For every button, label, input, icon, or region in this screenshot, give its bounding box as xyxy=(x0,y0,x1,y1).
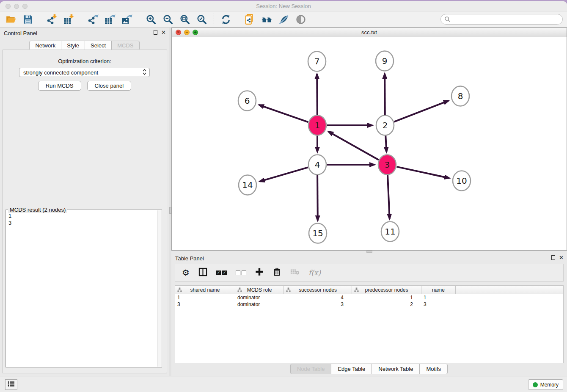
delete-table-icon xyxy=(290,267,300,278)
home-houses-icon xyxy=(261,14,272,25)
network-canvas[interactable]: 7968124314101511 xyxy=(172,37,567,250)
show-graphics-details-button[interactable] xyxy=(277,13,291,26)
column-header-shared-name[interactable]: shared name xyxy=(175,286,235,294)
tab-network-table[interactable]: Network Table xyxy=(372,364,420,374)
function-builder-button[interactable]: f(x) xyxy=(308,268,321,277)
main-window: Session: New Session xyxy=(0,1,567,392)
graph-edge-1-6[interactable] xyxy=(259,105,308,122)
show-columns-button[interactable] xyxy=(198,268,207,278)
graph-edge-2-3[interactable] xyxy=(385,135,386,152)
checked-box-icon: ✓ xyxy=(216,271,221,275)
tab-node-table[interactable]: Node Table xyxy=(290,364,332,374)
unchecked-box-icon xyxy=(236,271,240,275)
float-panel-icon[interactable] xyxy=(551,255,555,260)
mcds-result-text[interactable]: 13 xyxy=(6,210,157,367)
tab-select[interactable]: Select xyxy=(85,41,112,50)
zoom-in-icon xyxy=(146,14,157,25)
zoom-in-button[interactable] xyxy=(144,13,158,26)
graph-edge-2-8[interactable] xyxy=(394,101,449,122)
import-network-button[interactable] xyxy=(45,13,59,26)
graph-edge-3-11[interactable] xyxy=(388,174,390,219)
toolbar-separator xyxy=(81,13,81,25)
table-panel-title: Table Panel xyxy=(175,255,204,262)
graph-edge-1-7[interactable] xyxy=(317,74,317,116)
table-toolbar: ⚙ ✓ ✓ xyxy=(175,264,564,282)
column-header-label: shared name xyxy=(190,287,220,293)
mcds-panel: Optimization criterion: strongly connect… xyxy=(2,50,167,373)
table-cell: 3 xyxy=(175,301,235,307)
memory-label: Memory xyxy=(540,382,559,388)
fx-icon: f(x) xyxy=(308,268,321,277)
table-panel: Table Panel ✕ ⚙ ✓ ✓ xyxy=(171,253,567,376)
table-cell: 1 xyxy=(421,295,456,301)
column-type-icon xyxy=(177,287,182,293)
column-header-name[interactable]: name xyxy=(421,286,456,294)
tab-network[interactable]: Network xyxy=(29,41,61,50)
memory-button[interactable]: Memory xyxy=(528,379,563,390)
table-row[interactable]: 1dominator411 xyxy=(175,294,563,301)
export-network-icon xyxy=(88,14,99,25)
import-table-button[interactable] xyxy=(62,13,76,26)
save-session-button[interactable] xyxy=(21,13,35,26)
run-mcds-button[interactable]: Run MCDS xyxy=(38,81,81,91)
control-panel-tabs: NetworkStyleSelectMCDS xyxy=(0,41,169,50)
zoom-fit-button[interactable] xyxy=(178,13,192,26)
close-panel-icon[interactable]: ✕ xyxy=(559,255,564,260)
table-cell: 3 xyxy=(421,301,456,307)
home-button[interactable] xyxy=(260,13,274,26)
zoom-selected-icon xyxy=(196,14,207,25)
status-menu-button[interactable] xyxy=(5,379,17,390)
close-panel-icon[interactable]: ✕ xyxy=(161,30,166,35)
result-line: 1 xyxy=(8,212,157,219)
table-row[interactable]: 3dominator323 xyxy=(175,301,563,308)
close-panel-button[interactable]: Close panel xyxy=(87,81,132,91)
tab-mcds[interactable]: MCDS xyxy=(111,41,139,50)
main-toolbar xyxy=(0,11,567,28)
float-panel-icon[interactable] xyxy=(154,30,157,35)
toolbar-separator xyxy=(214,13,214,25)
graph-node-label: 8 xyxy=(458,91,463,101)
gear-icon: ⚙ xyxy=(182,268,190,277)
refresh-button[interactable] xyxy=(219,13,233,26)
column-header-predecessor-nodes[interactable]: predecessor nodes xyxy=(352,286,421,294)
optimization-select[interactable]: strongly connected component xyxy=(19,68,150,77)
delete-table-button[interactable] xyxy=(290,267,300,278)
deselect-all-columns-button[interactable] xyxy=(236,271,246,275)
column-header-successor-nodes[interactable]: successor nodes xyxy=(284,286,352,294)
delete-column-button[interactable] xyxy=(272,268,281,278)
graph-edge-4-14[interactable] xyxy=(260,167,308,181)
graph-node-label: 10 xyxy=(456,176,467,186)
clone-network-button[interactable] xyxy=(243,13,257,26)
bird-eye-view-button[interactable] xyxy=(294,13,308,26)
zoom-fit-icon xyxy=(179,14,190,25)
zoom-selected-button[interactable] xyxy=(195,13,209,26)
export-table-button[interactable] xyxy=(103,13,117,26)
table-panel-header: Table Panel ✕ xyxy=(171,253,567,264)
zoom-out-button[interactable] xyxy=(161,13,175,26)
graph-edge-4-15[interactable] xyxy=(317,174,318,221)
export-network-button[interactable] xyxy=(86,13,100,26)
graph-node-label: 9 xyxy=(382,56,388,66)
search-box[interactable] xyxy=(440,14,563,25)
table-cell: dominator xyxy=(235,295,284,301)
open-session-button[interactable] xyxy=(4,13,18,26)
export-image-button[interactable] xyxy=(120,13,134,26)
column-header-mcds-role[interactable]: MCDS role xyxy=(235,286,284,294)
control-panel-header: Control Panel ✕ xyxy=(0,28,169,39)
table-cell: 1 xyxy=(175,295,235,301)
tab-edge-table[interactable]: Edge Table xyxy=(331,364,372,374)
create-column-button[interactable] xyxy=(255,268,264,278)
graph-edge-2-9[interactable] xyxy=(385,74,385,116)
table-settings-button[interactable]: ⚙ xyxy=(182,268,190,277)
graph-edge-3-1[interactable] xyxy=(328,132,379,160)
import-network-icon xyxy=(47,14,58,25)
select-all-columns-button[interactable]: ✓ ✓ xyxy=(216,271,227,275)
tab-style[interactable]: Style xyxy=(61,41,85,50)
graph-edge-3-10[interactable] xyxy=(397,167,449,178)
result-scrollbar[interactable] xyxy=(157,210,161,367)
main-titlebar: Session: New Session xyxy=(0,1,567,11)
column-header-label: name xyxy=(432,287,445,293)
toolbar-separator xyxy=(40,13,40,25)
tab-motifs[interactable]: Motifs xyxy=(419,364,448,374)
search-input[interactable] xyxy=(451,16,562,22)
